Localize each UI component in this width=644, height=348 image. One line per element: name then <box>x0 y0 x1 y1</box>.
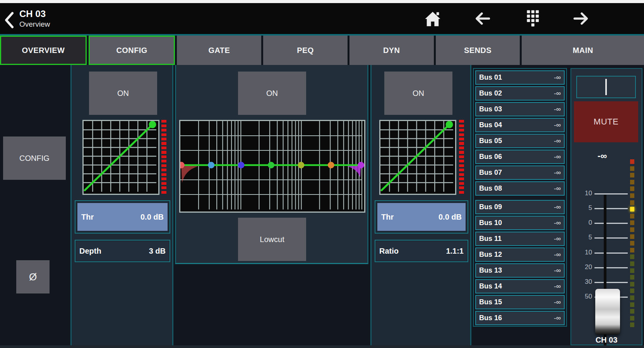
bus-label: Bus 03 <box>479 105 502 113</box>
meter-segment <box>630 214 634 218</box>
graph-svg <box>180 121 364 212</box>
level-meter <box>630 159 634 333</box>
bus-row[interactable]: Bus 06-∞ <box>475 150 565 164</box>
sends-list: Bus 01-∞Bus 02-∞Bus 03-∞Bus 04-∞Bus 05-∞… <box>473 68 567 327</box>
arrow-right-icon[interactable] <box>570 8 592 29</box>
meter-segment <box>630 261 634 266</box>
phase-invert-button[interactable]: Ø <box>16 260 50 293</box>
bus-row[interactable]: Bus 04-∞ <box>475 118 565 132</box>
gate-depth-value: 3 dB <box>149 247 166 256</box>
bus-row[interactable]: Bus 11-∞ <box>475 232 565 246</box>
bus-row[interactable]: Bus 02-∞ <box>475 86 565 101</box>
bus-row[interactable]: Bus 10-∞ <box>475 216 565 230</box>
meter-segment <box>630 186 634 191</box>
gate-on-button[interactable]: ON <box>89 72 157 115</box>
dyn-on-button[interactable]: ON <box>384 72 452 115</box>
tab-overview[interactable]: OVERVIEW <box>0 36 87 65</box>
dyn-ratio-value: 1.1:1 <box>446 247 464 256</box>
meter-segment <box>630 227 634 232</box>
dyn-threshold-field[interactable]: Thr 0.0 dB <box>375 200 468 234</box>
tab-dyn[interactable]: DYN <box>349 36 434 65</box>
meter-segment <box>630 241 634 246</box>
meter-segment <box>630 248 634 252</box>
fader-scale-tick <box>594 208 628 209</box>
bus-label: Bus 13 <box>479 266 502 275</box>
bus-row[interactable]: Bus 16-∞ <box>475 311 565 325</box>
top-navigation-bar: CH 03 Overview <box>0 3 644 34</box>
meter-segment <box>630 207 634 212</box>
bus-row[interactable]: Bus 13-∞ <box>475 263 565 278</box>
fader-scale-label: 30 <box>577 278 592 286</box>
bus-send-level: -∞ <box>554 219 561 227</box>
meter-segment <box>630 288 634 293</box>
dyn-threshold-value: 0.0 dB <box>438 213 462 222</box>
fader-scale-label: 5 <box>577 234 592 241</box>
meter-segment <box>630 275 634 280</box>
dyn-panel: ON Thr 0.0 dB Ratio 1.1:1 <box>370 65 471 345</box>
bus-row[interactable]: Bus 14-∞ <box>475 279 565 293</box>
bus-label: Bus 12 <box>479 251 502 259</box>
bus-send-level: -∞ <box>554 169 561 177</box>
meter-segment <box>630 282 634 287</box>
home-icon[interactable] <box>422 8 444 29</box>
fader-knob[interactable] <box>595 289 620 334</box>
back-chevron-icon[interactable] <box>2 10 18 30</box>
bus-row[interactable]: Bus 07-∞ <box>475 165 565 180</box>
bus-row[interactable]: Bus 05-∞ <box>475 134 565 148</box>
bus-label: Bus 14 <box>479 282 502 290</box>
meter-segment <box>630 295 634 300</box>
fader-scale-label: 5 <box>577 204 592 212</box>
meter-segment <box>630 254 634 259</box>
meter-segment <box>630 200 634 205</box>
peq-on-button[interactable]: ON <box>238 72 306 115</box>
bus-row[interactable]: Bus 15-∞ <box>475 295 565 309</box>
dialpad-icon[interactable] <box>521 8 543 29</box>
tab-sends[interactable]: SENDS <box>436 36 520 65</box>
dyn-ratio-label: Ratio <box>379 247 399 256</box>
bus-group-gap <box>475 197 565 200</box>
gate-transfer-graph[interactable] <box>82 120 159 195</box>
tab-config[interactable]: CONFIG <box>89 36 175 65</box>
bus-label: Bus 05 <box>479 137 502 145</box>
meter-segment <box>630 302 634 307</box>
peq-response-graph[interactable] <box>179 120 365 213</box>
gate-threshold-label: Thr <box>81 213 94 222</box>
bus-send-level: -∞ <box>554 121 561 129</box>
channel-title: CH 03 <box>19 9 46 19</box>
dyn-transfer-graph[interactable] <box>379 120 456 195</box>
fader-scale-tick <box>594 282 628 283</box>
fader-scale-tick <box>594 252 628 254</box>
gate-depth-field[interactable]: Depth 3 dB <box>75 240 170 262</box>
peq-panel: ON Lowcut <box>175 65 368 264</box>
tab-peq[interactable]: PEQ <box>263 36 348 65</box>
arrow-left-icon[interactable] <box>471 8 493 29</box>
config-button[interactable]: CONFIG <box>3 136 66 180</box>
bus-row[interactable]: Bus 08-∞ <box>475 181 565 196</box>
tab-main[interactable]: MAIN <box>522 36 644 65</box>
gate-depth-label: Depth <box>79 247 101 256</box>
bus-label: Bus 07 <box>479 169 502 177</box>
bus-row[interactable]: Bus 12-∞ <box>475 247 565 262</box>
bus-label: Bus 09 <box>479 203 502 211</box>
bus-label: Bus 10 <box>479 219 502 227</box>
gate-threshold-field[interactable]: Thr 0.0 dB <box>75 200 170 234</box>
bus-label: Bus 15 <box>479 298 502 306</box>
graph-svg <box>84 121 158 194</box>
bus-send-level: -∞ <box>554 299 561 306</box>
tab-gate[interactable]: GATE <box>177 36 261 65</box>
bus-row[interactable]: Bus 09-∞ <box>475 200 565 214</box>
bus-send-level: -∞ <box>554 251 561 259</box>
bus-send-level: -∞ <box>554 185 561 193</box>
dyn-ratio-field[interactable]: Ratio 1.1:1 <box>375 240 468 262</box>
strip-channel-label: CH 03 <box>571 336 642 345</box>
meter-segment <box>630 166 634 171</box>
fader-scale-tick <box>594 193 628 194</box>
fader-scale-label: 50 <box>577 293 592 300</box>
bus-row[interactable]: Bus 01-∞ <box>475 70 565 85</box>
page-subtitle: Overview <box>19 20 50 29</box>
meter-segment <box>630 220 634 225</box>
lowcut-button[interactable]: Lowcut <box>238 218 306 261</box>
gate-panel: ON Thr 0.0 dB Depth 3 dB <box>70 65 173 345</box>
bus-row[interactable]: Bus 03-∞ <box>475 102 565 116</box>
bus-send-level: -∞ <box>554 283 561 290</box>
